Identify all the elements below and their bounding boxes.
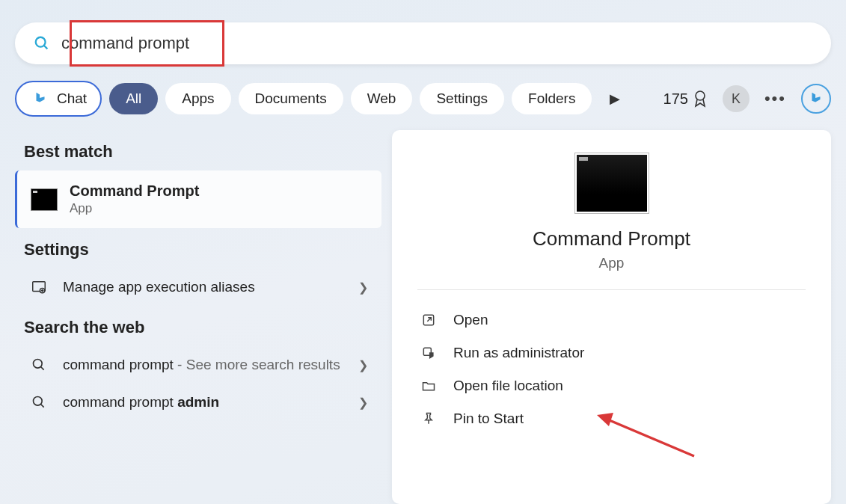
preview-subtitle: App bbox=[417, 255, 806, 271]
filter-documents[interactable]: Documents bbox=[239, 83, 343, 114]
open-icon bbox=[417, 313, 440, 328]
folder-icon bbox=[417, 378, 440, 393]
settings-item-aliases[interactable]: Manage app execution aliases ❯ bbox=[15, 268, 381, 306]
search-icon bbox=[28, 395, 49, 410]
settings-item-icon bbox=[28, 279, 49, 295]
svg-point-2 bbox=[696, 91, 705, 100]
filter-web[interactable]: Web bbox=[351, 83, 413, 114]
web-item-1[interactable]: command prompt - See more search results… bbox=[15, 346, 381, 384]
user-avatar[interactable]: K bbox=[723, 85, 750, 112]
best-match-subtitle: App bbox=[70, 201, 199, 216]
preview-app-icon bbox=[574, 153, 649, 214]
preview-panel: Command Prompt App Open Run as administr… bbox=[392, 130, 831, 504]
chat-label: Chat bbox=[57, 90, 87, 107]
best-match-item[interactable]: Command Prompt App bbox=[15, 170, 381, 228]
rewards-points[interactable]: 175 bbox=[663, 90, 708, 108]
web-heading: Search the web bbox=[24, 318, 373, 337]
filter-apps[interactable]: Apps bbox=[165, 83, 230, 114]
action-file-location[interactable]: Open file location bbox=[417, 369, 806, 402]
svg-line-8 bbox=[41, 405, 44, 408]
pin-icon bbox=[417, 411, 440, 426]
points-value: 175 bbox=[663, 90, 688, 108]
chevron-right-icon: ❯ bbox=[358, 280, 368, 295]
divider bbox=[417, 289, 806, 290]
web-item-text: command prompt - See more search results bbox=[63, 357, 358, 373]
svg-point-0 bbox=[36, 37, 46, 47]
shield-icon bbox=[417, 345, 440, 360]
web-item-2[interactable]: command prompt admin ❯ bbox=[15, 384, 381, 421]
svg-line-1 bbox=[44, 46, 48, 49]
best-match-title: Command Prompt bbox=[70, 182, 199, 200]
filter-next-arrow[interactable]: ▶ bbox=[604, 90, 626, 107]
best-match-heading: Best match bbox=[24, 142, 373, 162]
settings-item-text: Manage app execution aliases bbox=[63, 279, 358, 295]
bing-button[interactable] bbox=[801, 84, 831, 114]
filter-all[interactable]: All bbox=[109, 83, 158, 114]
svg-line-6 bbox=[41, 367, 44, 370]
filter-folders[interactable]: Folders bbox=[512, 83, 592, 114]
action-run-admin[interactable]: Run as administrator bbox=[417, 336, 806, 369]
preview-title: Command Prompt bbox=[417, 227, 806, 251]
settings-heading: Settings bbox=[24, 240, 373, 259]
more-menu[interactable]: ••• bbox=[764, 89, 786, 108]
chat-button[interactable]: Chat bbox=[15, 81, 102, 117]
search-input[interactable] bbox=[61, 34, 813, 53]
filter-settings[interactable]: Settings bbox=[420, 83, 504, 114]
chevron-right-icon: ❯ bbox=[358, 358, 368, 372]
chevron-right-icon: ❯ bbox=[358, 396, 368, 410]
filter-tabs: Chat All Apps Documents Web Settings Fol… bbox=[15, 81, 831, 117]
medal-icon bbox=[693, 90, 708, 108]
svg-point-7 bbox=[34, 397, 43, 406]
action-open[interactable]: Open bbox=[417, 304, 806, 336]
search-bar[interactable] bbox=[15, 22, 831, 64]
action-pin-start[interactable]: Pin to Start bbox=[417, 402, 806, 435]
bing-chat-icon bbox=[30, 88, 51, 109]
command-prompt-icon bbox=[31, 188, 58, 211]
svg-point-5 bbox=[34, 360, 43, 369]
search-icon bbox=[33, 34, 51, 52]
results-panel: Best match Command Prompt App Settings M… bbox=[15, 130, 381, 504]
search-icon bbox=[28, 357, 49, 372]
web-item-text: command prompt admin bbox=[63, 394, 358, 411]
